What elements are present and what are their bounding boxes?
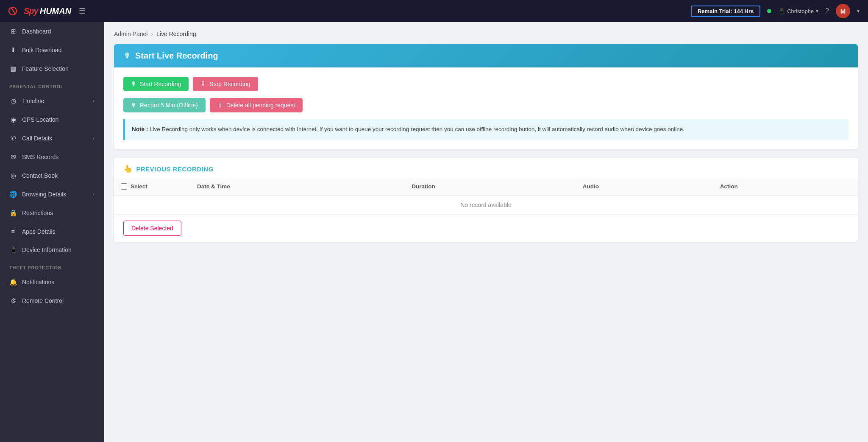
select-all-checkbox[interactable] (121, 183, 127, 190)
avatar-chevron-icon: ▾ (857, 8, 860, 14)
sidebar-item-feature-selection[interactable]: ▦ Feature Selection (0, 59, 104, 78)
stop-recording-label: Stop Recording (209, 81, 250, 87)
sidebar-label-gps: GPS Location (22, 116, 58, 123)
sidebar-item-apps-details[interactable]: ≡ Apps Details (0, 222, 104, 241)
breadcrumb: Admin Panel › Live Recording (114, 31, 858, 37)
sidebar-item-timeline[interactable]: ◷ Timeline ‹ (0, 92, 104, 110)
delete-selected-button[interactable]: Delete Selected (123, 221, 181, 236)
start-recording-label: Start Recording (140, 81, 181, 87)
previous-recording-section-title: 👆 PREVIOUS RECORDING (114, 158, 858, 178)
hand-icon: 👆 (123, 165, 133, 173)
timeline-icon: ◷ (9, 97, 17, 105)
no-record-message: No record available (114, 195, 858, 215)
table-body: No record available (114, 195, 858, 215)
offline-recording-button[interactable]: 🎙 Record 5 Min (Offline) (123, 98, 206, 112)
delete-pending-icon: 🎙 (217, 102, 223, 109)
sidebar-item-contact-book[interactable]: ◎ Contact Book (0, 166, 104, 185)
username-label: Christophe (787, 8, 814, 14)
sidebar-label-remote-control: Remote Control (22, 297, 64, 304)
delete-selected-row: Delete Selected (114, 215, 858, 242)
parental-control-section-label: PARENTAL CONTROL (0, 78, 104, 92)
table-head: Select Date & Time Duration Audio Action (114, 178, 858, 195)
avatar[interactable]: M (836, 4, 850, 18)
offline-mic-icon: 🎙 (131, 102, 137, 109)
sidebar-label-apps: Apps Details (22, 228, 56, 235)
sidebar-label-call: Call Details (22, 135, 52, 142)
logo-spy-text (8, 5, 22, 17)
sidebar-item-dashboard[interactable]: ⊞ Dashboard (0, 22, 104, 41)
sidebar-label-sms: SMS Records (22, 154, 58, 160)
sidebar-label-dashboard: Dashboard (22, 28, 51, 35)
recording-btn-row-2: 🎙 Record 5 Min (Offline) 🎙 Delete all pe… (123, 98, 849, 112)
previous-recording-title: PREVIOUS RECORDING (136, 165, 214, 173)
device-selector[interactable]: 📱 Christophe ▾ (778, 8, 818, 14)
table-wrapper: Select Date & Time Duration Audio Action… (114, 178, 858, 215)
logo-human-label: HUMAN (40, 6, 71, 16)
topnav: Spy HUMAN ☰ Remain Trial: 144 Hrs 📱 Chri… (0, 0, 868, 22)
apps-icon: ≡ (9, 228, 17, 235)
sidebar-label-browsing: Browsing Details (22, 191, 66, 198)
theft-protection-section-label: THEFT PROTECTION (0, 259, 104, 273)
delete-pending-label: Delete all pending request (226, 102, 295, 109)
sidebar-item-browsing-details[interactable]: 🌐 Browsing Details ‹ (0, 185, 104, 204)
gps-icon: ◉ (9, 116, 17, 123)
phone-icon: 📱 (778, 8, 785, 14)
sidebar-item-device-info[interactable]: 📱 Device Information (0, 241, 104, 259)
note-label: Note : (132, 126, 148, 132)
stop-recording-button[interactable]: 🎙 Stop Recording (193, 77, 258, 91)
stop-mic-icon: 🎙 (200, 81, 206, 87)
live-recording-header: 🎙 Start Live Recording (114, 44, 858, 67)
logo-spy-label: Spy (24, 6, 38, 16)
recordings-table: Select Date & Time Duration Audio Action… (114, 178, 858, 215)
mic-icon: 🎙 (123, 51, 131, 60)
note-text: Live Recording only works when device is… (150, 126, 684, 132)
svg-line-1 (11, 8, 15, 14)
browsing-chevron-icon: ‹ (93, 191, 95, 197)
topnav-left: Spy HUMAN ☰ (8, 5, 86, 17)
help-icon[interactable]: ? (825, 7, 829, 15)
sms-icon: ✉ (9, 153, 17, 161)
sidebar-item-notifications[interactable]: 🔔 Notifications (0, 273, 104, 291)
restrictions-icon: 🔒 (9, 209, 17, 217)
sidebar-item-restrictions[interactable]: 🔒 Restrictions (0, 204, 104, 222)
sidebar-item-gps-location[interactable]: ◉ GPS Location (0, 110, 104, 129)
sidebar-item-bulk-download[interactable]: ⬇ Bulk Download (0, 41, 104, 59)
logo: Spy HUMAN (8, 5, 71, 17)
live-recording-body: 🎙 Start Recording 🎙 Stop Recording 🎙 Rec… (114, 67, 858, 149)
notifications-icon: 🔔 (9, 278, 17, 286)
device-info-icon: 📱 (9, 246, 17, 254)
hamburger-icon[interactable]: ☰ (79, 6, 86, 16)
previous-recording-card: 👆 PREVIOUS RECORDING Select D (114, 158, 858, 242)
sidebar-label-contact: Contact Book (22, 172, 58, 179)
start-mic-icon: 🎙 (131, 81, 137, 87)
breadcrumb-current: Live Recording (156, 31, 196, 37)
sidebar-item-call-details[interactable]: ✆ Call Details ‹ (0, 129, 104, 148)
live-recording-title: Start Live Recording (135, 51, 218, 61)
topnav-right: Remain Trial: 144 Hrs 📱 Christophe ▾ ? M… (691, 4, 860, 18)
sidebar-label-feature-selection: Feature Selection (22, 65, 69, 72)
sidebar-item-remote-control[interactable]: ⚙ Remote Control (0, 291, 104, 310)
sidebar-item-sms-records[interactable]: ✉ SMS Records (0, 148, 104, 166)
sidebar: ⊞ Dashboard ⬇ Bulk Download ▦ Feature Se… (0, 22, 104, 442)
bulk-download-icon: ⬇ (9, 46, 17, 54)
live-recording-card: 🎙 Start Live Recording 🎙 Start Recording… (114, 44, 858, 149)
select-label: Select (131, 183, 147, 190)
delete-pending-button[interactable]: 🎙 Delete all pending request (210, 98, 303, 112)
user-chevron-icon: ▾ (816, 8, 818, 14)
breadcrumb-separator: › (151, 31, 153, 37)
offline-recording-label: Record 5 Min (Offline) (140, 102, 198, 109)
empty-row: No record available (114, 195, 858, 215)
main-content: Admin Panel › Live Recording 🎙 Start Liv… (104, 22, 868, 442)
sidebar-label-device-info: Device Information (22, 246, 72, 253)
contact-icon: ◎ (9, 172, 17, 179)
sidebar-label-timeline: Timeline (22, 98, 44, 104)
note-box: Note : Live Recording only works when de… (123, 119, 849, 140)
start-recording-button[interactable]: 🎙 Start Recording (123, 77, 189, 91)
th-action: Action (713, 178, 858, 195)
th-audio: Audio (576, 178, 713, 195)
trial-badge: Remain Trial: 144 Hrs (691, 6, 760, 17)
layout: ⊞ Dashboard ⬇ Bulk Download ▦ Feature Se… (0, 22, 868, 442)
th-select: Select (114, 178, 190, 195)
sidebar-label-bulk-download: Bulk Download (22, 47, 61, 53)
feature-selection-icon: ▦ (9, 65, 17, 73)
